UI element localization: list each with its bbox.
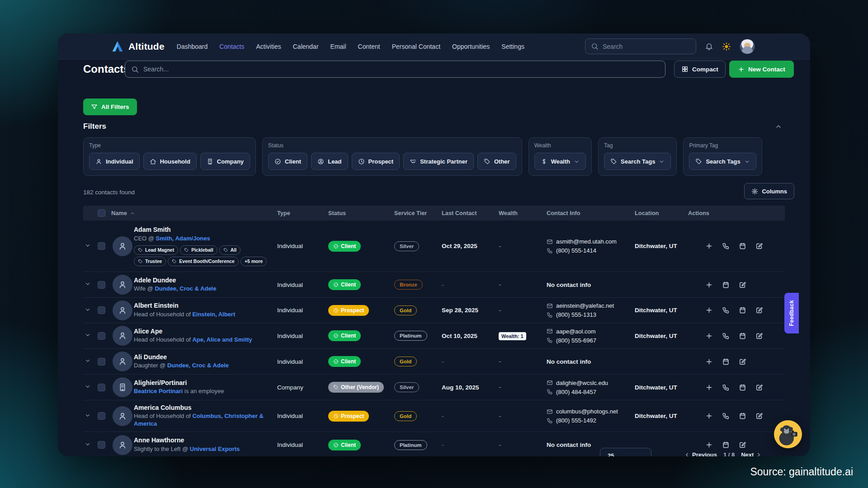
row-expand-chevron-icon[interactable] bbox=[85, 242, 91, 249]
related-entity-link[interactable]: Dundee, Croc & Adele bbox=[167, 362, 229, 369]
filter-option-strategic-partner[interactable]: Strategic Partner bbox=[403, 153, 474, 170]
compact-view-button[interactable]: Compact bbox=[674, 61, 726, 78]
nav-item-activities[interactable]: Activities bbox=[256, 43, 281, 50]
add-action-icon[interactable] bbox=[705, 358, 713, 366]
filter-dropdown-primary-tag[interactable]: Search Tags bbox=[689, 153, 756, 170]
add-action-icon[interactable] bbox=[705, 441, 713, 449]
row-expand-chevron-icon[interactable] bbox=[85, 332, 91, 338]
calendar-action-icon[interactable] bbox=[739, 332, 746, 340]
row-checkbox[interactable] bbox=[98, 384, 105, 391]
row-checkbox[interactable] bbox=[98, 412, 105, 420]
add-action-icon[interactable] bbox=[705, 332, 713, 340]
calendar-action-icon[interactable] bbox=[722, 358, 730, 366]
filter-option-client[interactable]: Client bbox=[268, 153, 307, 170]
theme-sun-icon[interactable] bbox=[722, 42, 731, 51]
tag-pill[interactable]: All bbox=[219, 245, 241, 255]
contact-phone[interactable]: (800) 484-8457 bbox=[547, 389, 635, 395]
add-action-icon[interactable] bbox=[705, 242, 713, 250]
edit-action-icon[interactable] bbox=[755, 412, 763, 420]
column-header-actions[interactable]: Actions bbox=[688, 210, 785, 216]
row-expand-chevron-icon[interactable] bbox=[85, 412, 91, 418]
edit-action-icon[interactable] bbox=[755, 384, 763, 391]
contact-name[interactable]: Anne Hawthorne bbox=[134, 436, 272, 445]
user-avatar[interactable] bbox=[740, 39, 755, 54]
column-header-location[interactable]: Location bbox=[635, 210, 688, 216]
row-expand-chevron-icon[interactable] bbox=[85, 383, 91, 389]
contact-phone[interactable]: (800) 555-1313 bbox=[547, 311, 635, 318]
column-header-type[interactable]: Type bbox=[277, 210, 328, 216]
table-row[interactable]: Adele Dundee Wife @ Dundee, Croc & Adele… bbox=[83, 272, 785, 298]
filter-dropdown-wealth[interactable]: Wealth bbox=[534, 153, 586, 170]
related-entity-link[interactable]: Einstein, Albert bbox=[192, 311, 235, 318]
chat-widget-gorilla-mascot[interactable] bbox=[774, 420, 802, 448]
contact-phone[interactable]: (800) 555-1414 bbox=[547, 247, 635, 254]
calendar-action-icon[interactable] bbox=[739, 412, 746, 420]
add-action-icon[interactable] bbox=[705, 384, 713, 391]
table-row[interactable]: Adam Smith CEO @ Smith, Adam/Jones Lead … bbox=[83, 221, 785, 272]
contact-name[interactable]: America Columbus bbox=[134, 404, 272, 412]
new-contact-button[interactable]: New Contact bbox=[729, 61, 794, 78]
call-action-icon[interactable] bbox=[722, 332, 730, 340]
next-page-button[interactable]: Next bbox=[741, 451, 762, 456]
filter-option-household[interactable]: Household bbox=[143, 153, 197, 170]
edit-action-icon[interactable] bbox=[755, 332, 763, 340]
contact-phone[interactable]: (800) 555-1492 bbox=[547, 417, 635, 424]
calendar-action-icon[interactable] bbox=[739, 306, 746, 314]
call-action-icon[interactable] bbox=[722, 412, 730, 420]
filter-option-company[interactable]: Company bbox=[200, 153, 250, 170]
all-filters-button[interactable]: All Filters bbox=[83, 99, 137, 115]
brand[interactable]: Altitude bbox=[111, 40, 165, 52]
row-checkbox[interactable] bbox=[98, 281, 105, 289]
more-tags-pill[interactable]: +5 more bbox=[241, 257, 267, 266]
column-header-tier[interactable]: Service Tier bbox=[394, 210, 442, 216]
column-header-last-contact[interactable]: Last Contact bbox=[442, 210, 499, 216]
related-entity-link[interactable]: Universal Exports bbox=[190, 446, 240, 452]
filter-option-lead[interactable]: Lead bbox=[311, 153, 348, 170]
contact-name[interactable]: Albert Einstein bbox=[134, 302, 272, 310]
feedback-tab[interactable]: Feedback bbox=[784, 293, 799, 333]
row-checkbox[interactable] bbox=[98, 358, 105, 366]
row-expand-chevron-icon[interactable] bbox=[85, 357, 91, 364]
tag-pill[interactable]: Trustee bbox=[134, 257, 166, 266]
table-row[interactable]: Anne Hawthorne Slightly to the Left @ Un… bbox=[83, 432, 785, 456]
filter-option-prospect[interactable]: Prospect bbox=[352, 153, 400, 170]
row-checkbox[interactable] bbox=[98, 441, 105, 449]
column-header-wealth[interactable]: Wealth bbox=[499, 210, 547, 216]
tag-pill[interactable]: Event Booth/Conference bbox=[168, 257, 239, 266]
row-expand-chevron-icon[interactable] bbox=[85, 281, 91, 287]
tag-pill[interactable]: Pickleball bbox=[180, 245, 217, 255]
contact-name[interactable]: Alice Ape bbox=[134, 328, 272, 336]
row-checkbox[interactable] bbox=[98, 306, 105, 314]
related-entity-link[interactable]: Dundee, Croc & Adele bbox=[155, 285, 216, 292]
contact-email[interactable]: columbus@photogs.net bbox=[547, 408, 635, 415]
columns-button[interactable]: Columns bbox=[744, 183, 794, 199]
notifications-bell-icon[interactable] bbox=[705, 42, 713, 51]
contact-name[interactable]: Alighieri/Portinari bbox=[134, 379, 272, 387]
related-entity-link[interactable]: Smith, Adam/Jones bbox=[156, 235, 210, 242]
column-header-status[interactable]: Status bbox=[328, 210, 394, 216]
previous-page-button[interactable]: Previous bbox=[684, 451, 717, 456]
contact-email[interactable]: aape@aol.com bbox=[547, 328, 635, 335]
add-action-icon[interactable] bbox=[705, 306, 713, 314]
table-row[interactable]: Alighieri/Portinari Beatrice Portinari i… bbox=[83, 375, 785, 400]
select-all-checkbox[interactable] bbox=[98, 209, 105, 217]
call-action-icon[interactable] bbox=[722, 384, 730, 391]
nav-item-dashboard[interactable]: Dashboard bbox=[177, 43, 208, 50]
tag-pill[interactable]: Lead Magnet bbox=[134, 245, 178, 255]
edit-action-icon[interactable] bbox=[739, 441, 746, 449]
filter-option-individual[interactable]: Individual bbox=[89, 153, 140, 170]
table-row[interactable]: Ali Dundee Daughter @ Dundee, Croc & Ade… bbox=[83, 349, 785, 375]
related-entity-link[interactable]: Beatrice Portinari bbox=[134, 388, 183, 394]
edit-action-icon[interactable] bbox=[755, 242, 763, 250]
nav-item-opportunities[interactable]: Opportunities bbox=[452, 43, 490, 50]
table-row[interactable]: Albert Einstein Head of Household of Ein… bbox=[83, 298, 785, 323]
contacts-search-input[interactable]: Search... bbox=[125, 61, 665, 78]
contact-phone[interactable]: (800) 555-6967 bbox=[547, 337, 635, 344]
row-expand-chevron-icon[interactable] bbox=[85, 441, 91, 447]
nav-item-personal-contact[interactable]: Personal Contact bbox=[392, 43, 440, 50]
related-entity-link[interactable]: Columbus, Christopher & America bbox=[134, 413, 264, 427]
table-row[interactable]: America Columbus Head of Household of Co… bbox=[83, 400, 785, 432]
edit-action-icon[interactable] bbox=[739, 281, 746, 289]
edit-action-icon[interactable] bbox=[755, 306, 763, 314]
contact-email[interactable]: asmith@med.utah.com bbox=[547, 238, 635, 245]
